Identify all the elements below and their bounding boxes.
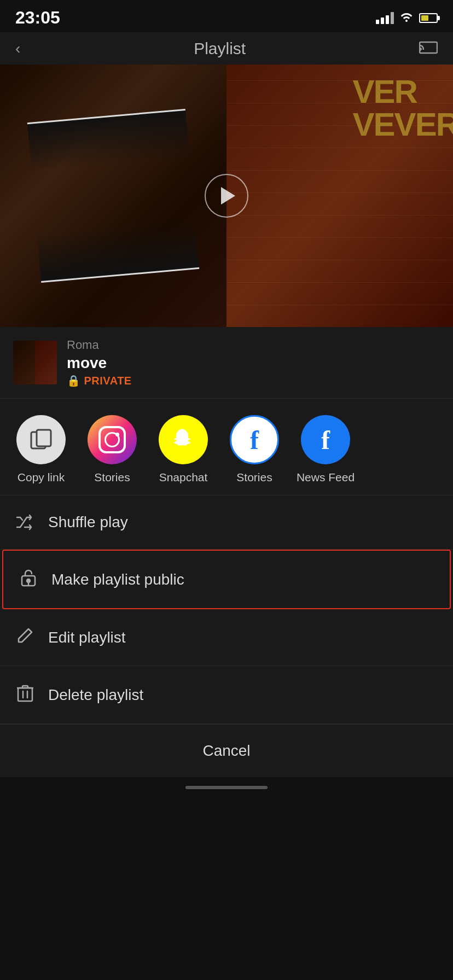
status-time: 23:05 [15,8,60,28]
playlist-privacy: 🔒 PRIVATE [67,374,132,387]
menu-items: Shuffle play Make playlist public Edit p… [0,495,453,724]
snapchat-icon-circle [159,415,208,464]
home-bar [185,786,268,789]
wifi-icon [399,10,414,26]
play-icon [221,187,235,205]
playlist-banner [0,65,453,327]
delete-playlist-item[interactable]: Delete playlist [0,666,453,724]
facebook-feed-icon: f [321,425,330,455]
share-instagram-stories[interactable]: Stories [77,415,148,484]
play-button[interactable] [205,174,248,218]
playlist-meta: Roma move 🔒 PRIVATE [67,338,132,387]
lock-open-icon [19,568,38,591]
svg-rect-0 [420,42,437,53]
header: ‹ Playlist [0,32,453,65]
facebook-feed-label: News Feed [297,471,355,484]
share-copy-link[interactable]: Copy link [5,415,77,484]
facebook-stories-icon: f [250,425,259,455]
edit-playlist-item[interactable]: Edit playlist [0,609,453,666]
banner-right [226,65,453,327]
playlist-creator: Roma [67,338,132,352]
battery-icon [419,13,438,23]
delete-playlist-label: Delete playlist [48,686,143,704]
svg-rect-7 [18,688,32,701]
status-icons [376,10,438,26]
facebook-stories-label: Stories [236,471,272,484]
share-snapchat[interactable]: Snapchat [148,415,219,484]
playlist-thumbnail [13,341,57,384]
cancel-row[interactable]: Cancel [0,724,453,777]
playlist-info: Roma move 🔒 PRIVATE [0,327,453,399]
snapchat-label: Snapchat [159,471,208,484]
edit-icon [15,627,35,648]
banner-left [0,65,226,327]
cancel-label: Cancel [202,742,250,760]
signal-icon [376,12,394,24]
playlist-name: move [67,354,132,372]
share-facebook-stories[interactable]: f Stories [219,415,290,484]
header-title: Playlist [194,39,246,58]
copy-link-icon-circle [16,415,66,464]
svg-rect-3 [37,430,51,446]
instagram-stories-label: Stories [94,471,130,484]
facebook-feed-icon-circle: f [301,415,350,464]
make-playlist-public-item[interactable]: Make playlist public [2,550,451,609]
shuffle-play-label: Shuffle play [48,514,128,531]
cast-button[interactable] [419,39,438,58]
facebook-stories-icon-circle: f [230,415,279,464]
home-indicator [0,777,453,798]
instagram-icon-circle [88,415,137,464]
status-bar: 23:05 [0,0,453,32]
shuffle-play-item[interactable]: Shuffle play [0,495,453,550]
edit-playlist-label: Edit playlist [48,629,126,646]
back-button[interactable]: ‹ [15,40,20,57]
copy-link-label: Copy link [18,471,65,484]
make-public-label: Make playlist public [51,571,184,588]
share-facebook-feed[interactable]: f News Feed [290,415,361,484]
lock-icon: 🔒 [67,374,81,387]
share-row: Copy link Stories Snapchat f Stories f N… [0,399,453,495]
trash-icon [15,684,35,706]
shuffle-icon [15,513,35,532]
privacy-label: PRIVATE [84,375,132,387]
svg-point-1 [419,49,421,51]
instagram-icon [98,426,126,453]
